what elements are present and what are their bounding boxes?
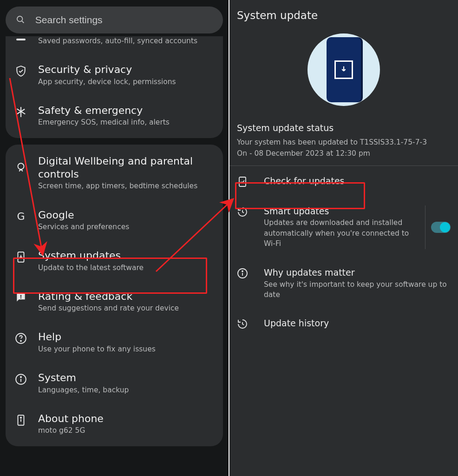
settings-item-system-updates[interactable]: System updates Update to the latest soft… xyxy=(12,241,216,282)
svg-point-17 xyxy=(242,271,243,271)
phone-check-icon xyxy=(237,176,248,187)
feedback-icon xyxy=(15,292,27,304)
item-label: Smart updates xyxy=(264,205,421,217)
status-version: Your system has been updated to T1SSIS33… xyxy=(237,137,451,148)
item-title: System updates xyxy=(38,249,214,262)
medical-asterisk-icon xyxy=(15,106,27,118)
page-title: System update xyxy=(237,9,451,21)
search-input[interactable] xyxy=(35,14,213,26)
history-icon xyxy=(237,318,248,330)
settings-list-panel: Saved passwords, auto-fill, synced accou… xyxy=(0,0,229,476)
settings-item-about-phone[interactable]: About phone moto g62 5G xyxy=(12,404,216,445)
accounts-icon xyxy=(15,33,27,46)
system-update-panel: System update System update status Your … xyxy=(229,0,458,476)
item-subtitle: Use your phone to fix any issues xyxy=(38,344,214,354)
update-status-block: System update status Your system has bee… xyxy=(236,123,451,159)
info-icon xyxy=(237,268,248,279)
svg-line-1 xyxy=(22,21,24,23)
check-for-updates-item[interactable]: Check for updates xyxy=(236,166,451,196)
search-icon xyxy=(16,15,25,25)
item-subtitle: Services and preferences xyxy=(38,222,214,231)
item-subtitle: Emergency SOS, medical info, alerts xyxy=(38,118,214,127)
item-title: Digital Wellbeing and parental controls xyxy=(38,155,214,180)
item-subtitle: App security, device lock, permissions xyxy=(38,77,214,86)
svg-point-0 xyxy=(17,16,23,22)
download-icon xyxy=(334,60,353,79)
settings-group-accounts: Saved passwords, auto-fill, synced accou… xyxy=(6,36,223,138)
update-history-item[interactable]: Update history xyxy=(236,308,451,338)
refresh-clock-icon xyxy=(237,206,248,218)
settings-item-google[interactable]: G Google Services and preferences xyxy=(12,200,216,241)
item-subtitle: moto g62 5G xyxy=(38,426,214,435)
status-title: System update status xyxy=(237,123,451,133)
item-subtitle: Update to the latest software xyxy=(38,263,214,272)
wellbeing-heart-icon xyxy=(15,161,27,173)
why-updates-matter-item[interactable]: Why updates matter See why it's importan… xyxy=(236,258,451,309)
item-subtitle: See why it's important to keep your soft… xyxy=(264,279,451,300)
shield-check-icon xyxy=(15,65,27,77)
settings-group-system: Digital Wellbeing and parental controls … xyxy=(6,145,223,446)
update-hero-graphic xyxy=(308,33,380,106)
svg-point-10 xyxy=(20,377,21,377)
help-icon xyxy=(15,332,27,344)
item-subtitle: Languages, time, backup xyxy=(38,385,214,395)
item-subtitle: Updates are downloaded and installed aut… xyxy=(264,218,421,249)
settings-item-rating-feedback[interactable]: Rating & feedback Send suggestions and r… xyxy=(12,282,216,323)
item-label: Check for updates xyxy=(264,175,451,187)
settings-item-security-privacy[interactable]: Security & privacy App security, device … xyxy=(12,55,216,96)
google-g-icon: G xyxy=(15,211,27,223)
svg-point-7 xyxy=(20,341,21,342)
item-title: Google xyxy=(38,209,214,222)
item-subtitle: Send suggestions and rate your device xyxy=(38,304,214,313)
smart-updates-toggle[interactable] xyxy=(431,222,451,233)
item-title: Safety & emergency xyxy=(38,104,214,117)
item-subtitle: Saved passwords, auto-fill, synced accou… xyxy=(38,36,197,46)
item-title: System xyxy=(38,371,214,384)
svg-point-2 xyxy=(18,164,24,170)
info-icon xyxy=(15,373,27,385)
settings-item-digital-wellbeing[interactable]: Digital Wellbeing and parental controls … xyxy=(12,146,216,200)
item-title: About phone xyxy=(38,412,214,425)
smart-updates-item[interactable]: Smart updates Updates are downloaded and… xyxy=(236,196,451,258)
svg-rect-4 xyxy=(20,295,21,297)
search-settings-bar[interactable] xyxy=(6,7,223,33)
phone-info-icon xyxy=(15,414,27,426)
settings-item-safety-emergency[interactable]: Safety & emergency Emergency SOS, medica… xyxy=(12,96,216,137)
item-label: Update history xyxy=(264,317,451,329)
item-title: Help xyxy=(38,331,214,344)
svg-point-13 xyxy=(20,417,21,418)
settings-item-help[interactable]: Help Use your phone to fix any issues xyxy=(12,322,216,363)
settings-item-truncated[interactable]: Saved passwords, auto-fill, synced accou… xyxy=(12,36,216,55)
phone-download-icon xyxy=(15,251,27,263)
svg-rect-5 xyxy=(20,298,21,298)
item-title: Rating & feedback xyxy=(38,290,214,303)
status-date: On - 08 December 2023 at 12:30 pm xyxy=(237,148,451,159)
item-label: Why updates matter xyxy=(264,267,451,278)
item-title: Security & privacy xyxy=(38,63,214,76)
settings-item-system[interactable]: System Languages, time, backup xyxy=(12,363,216,404)
item-subtitle: Screen time, app timers, bedtime schedul… xyxy=(38,181,214,191)
